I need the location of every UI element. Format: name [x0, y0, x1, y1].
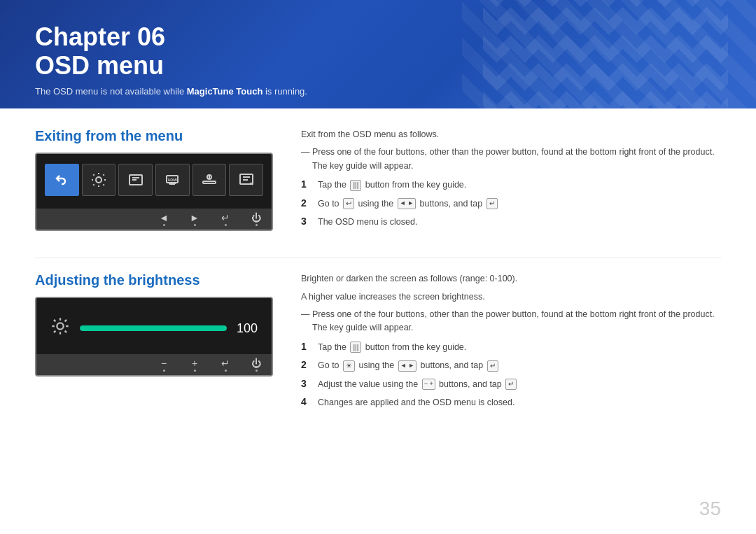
ctrl2-plus: +: [188, 358, 202, 372]
step-text-2-2: Go to ☀ using the ◄ ► buttons, and tap ↵: [318, 359, 500, 372]
osd-icon-settings: [192, 164, 227, 196]
osd-icon-size: [118, 164, 153, 196]
exit-icon-inline: ↩: [343, 198, 354, 209]
ctrl2-minus-dot: [163, 370, 165, 372]
ctrl-back-icon: ◄: [157, 212, 171, 223]
section-brightness: Adjusting the brightness: [35, 272, 721, 414]
ctrl-enter-dot: [225, 224, 227, 226]
step-text-1-1: Tap the ||| button from the key guide.: [318, 178, 466, 192]
brightness-fill: [80, 325, 227, 331]
svg-line-4: [103, 184, 104, 185]
brightness-icon-inline: ☀: [343, 360, 355, 372]
brightness-sun-icon: [50, 316, 70, 340]
ctrl2-minus: −: [157, 358, 171, 372]
step-2-3: 3 Adjust the value using the − + buttons…: [301, 378, 721, 391]
ctrl2-power: ⏻: [249, 358, 263, 372]
step-1-2: 2 Go to ↩ using the ◄ ► buttons, and tap…: [301, 197, 721, 211]
step-text-2-1: Tap the ||| button from the key guide.: [318, 341, 466, 354]
step-2-4: 4 Changes are applied and the OSD menu i…: [301, 396, 721, 409]
step-num-2-1: 1: [301, 341, 311, 352]
ctrl2-enter: ↵: [218, 358, 232, 372]
step-text-1-2: Go to ↩ using the ◄ ► buttons, and tap ↵: [318, 197, 499, 211]
section-exiting: Exiting from the menu: [35, 128, 721, 234]
ctrl2-minus-icon: −: [157, 358, 171, 369]
enter-icon-inline-3: ↵: [505, 379, 517, 390]
section-right-1: Exit from the OSD menu as follows. Press…: [301, 128, 721, 234]
brightness-row: 100: [50, 316, 258, 340]
step-2-2: 2 Go to ☀ using the ◄ ► buttons, and tap…: [301, 359, 721, 372]
step-1-3: 3 The OSD menu is closed.: [301, 216, 721, 229]
step-text-2-3: Adjust the value using the − + buttons, …: [318, 378, 518, 391]
svg-line-8: [103, 174, 104, 175]
step-num-1-2: 2: [301, 197, 311, 209]
enter-icon-inline-2: ↵: [487, 360, 498, 372]
page-number: 35: [699, 498, 721, 520]
section2-desc3: Press one of the four buttons, other tha…: [301, 308, 721, 335]
ctrl-enter-icon: ↵: [218, 212, 232, 223]
step-num-2-3: 3: [301, 378, 311, 389]
step-num-2-4: 4: [301, 396, 311, 407]
section2-desc2: A higher value increases the screen brig…: [301, 290, 721, 304]
chapter-title: Chapter 06OSD menu: [35, 22, 721, 80]
ctrl-power-dot: [255, 224, 258, 226]
menu-button-icon: |||: [350, 180, 361, 191]
step-num-1-1: 1: [301, 178, 311, 190]
section2-desc1: Brighten or darken the screen as follows…: [301, 272, 721, 286]
ctrl-back-dot: [163, 224, 165, 226]
svg-line-26: [65, 320, 66, 321]
ctrl-power: ⏻: [249, 212, 263, 226]
svg-rect-13: [203, 181, 216, 183]
step-text-1-3: The OSD menu is closed.: [318, 216, 417, 229]
header-subtitle: The OSD menu is not available while Magi…: [35, 86, 721, 97]
osd-menu-mockup: HDMI: [35, 153, 273, 231]
svg-point-0: [96, 177, 102, 183]
osd-controls-2: − + ↵ ⏻: [36, 354, 272, 375]
ctrl-forward: ►: [188, 212, 202, 226]
ctrl2-power-dot: [255, 370, 258, 372]
svg-line-22: [65, 331, 66, 332]
ctrl-forward-dot: [194, 224, 196, 226]
section1-title: Exiting from the menu: [35, 128, 273, 144]
enter-icon-inline: ↵: [486, 198, 498, 209]
osd-menu-bar: HDMI: [45, 164, 263, 196]
brightness-mockup: 100 − + ↵: [35, 297, 273, 377]
arrows-icon-inline: ◄ ►: [398, 198, 416, 209]
step-text-2-4: Changes are applied and the OSD menu is …: [318, 396, 514, 409]
svg-point-18: [57, 323, 63, 330]
step-num-2-2: 2: [301, 359, 311, 370]
section1-desc1: Exit from the OSD menu as follows.: [301, 128, 721, 141]
section-right-2: Brighten or darken the screen as follows…: [301, 272, 721, 414]
ctrl-back: ◄: [157, 212, 171, 226]
ctrl2-plus-icon: +: [188, 358, 202, 369]
brightness-screen: 100: [36, 298, 272, 354]
svg-text:HDMI: HDMI: [168, 178, 177, 182]
svg-line-25: [54, 331, 55, 332]
minus-plus-icon-inline: − +: [422, 379, 435, 390]
osd-controls-1: ◄ ► ↵ ⏻: [36, 209, 272, 230]
ctrl-power-icon: ⏻: [249, 212, 263, 223]
section1-steps: 1 Tap the ||| button from the key guide.…: [301, 178, 721, 229]
brightness-value: 100: [237, 321, 258, 336]
step-2-1: 1 Tap the ||| button from the key guide.: [301, 341, 721, 354]
page-header: Chapter 06OSD menu The OSD menu is not a…: [0, 0, 756, 108]
ctrl-enter: ↵: [218, 212, 232, 226]
svg-line-7: [93, 184, 94, 185]
osd-screen: HDMI: [36, 154, 272, 209]
section2-steps: 1 Tap the ||| button from the key guide.…: [301, 341, 721, 410]
section2-title: Adjusting the brightness: [35, 272, 273, 288]
section1-desc2: Press one of the four buttons, other tha…: [301, 146, 721, 173]
step-num-1-3: 3: [301, 216, 311, 227]
step-1-1: 1 Tap the ||| button from the key guide.: [301, 178, 721, 192]
ctrl2-plus-dot: [194, 370, 196, 372]
menu-button-icon-2: |||: [350, 342, 361, 353]
ctrl2-enter-icon: ↵: [218, 358, 232, 369]
brightness-bar: [80, 325, 227, 331]
osd-icon-exit: [45, 164, 79, 196]
ctrl-forward-icon: ►: [188, 212, 202, 223]
osd-icon-input: HDMI: [155, 164, 190, 196]
svg-line-21: [54, 320, 55, 321]
main-content: Exiting from the menu: [0, 108, 756, 445]
osd-icon-brightness: [82, 164, 116, 196]
section-left-1: Exiting from the menu: [35, 128, 273, 234]
arrows-icon-inline-2: ◄ ►: [398, 360, 416, 372]
